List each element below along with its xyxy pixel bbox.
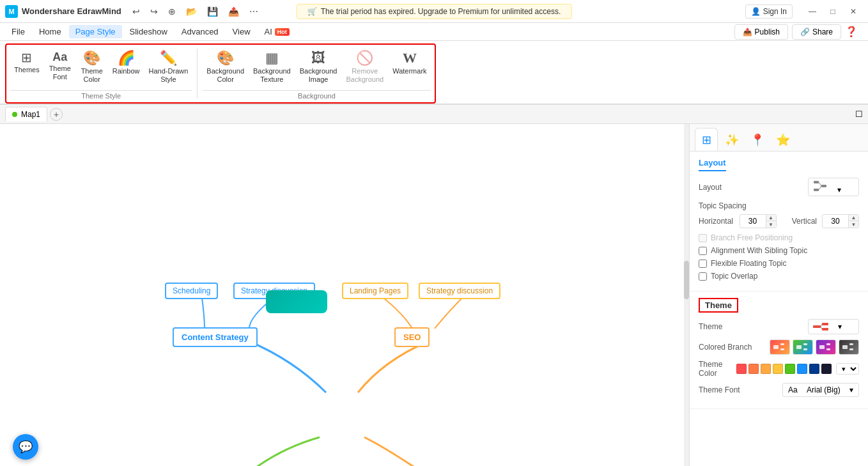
signin-label: Sign In bbox=[763, 7, 787, 16]
node-content-strategy[interactable]: Content Strategy bbox=[173, 327, 258, 347]
swatch-green[interactable] bbox=[785, 364, 795, 374]
background-items: 🎨 BackgroundColor ▦ BackgroundTexture 🖼 … bbox=[203, 46, 430, 90]
cb-opt-3[interactable] bbox=[816, 339, 836, 355]
horizontal-spinner[interactable]: ▲ ▼ bbox=[740, 214, 777, 228]
more-button[interactable]: ⋯ bbox=[246, 5, 261, 18]
cb-opt-2[interactable] bbox=[793, 339, 813, 355]
undo-button[interactable]: ↩ bbox=[129, 5, 143, 18]
panel-tab-settings[interactable]: ⭐ bbox=[771, 128, 794, 151]
rainbow-button[interactable]: 🌈 Rainbow bbox=[109, 49, 144, 78]
themes-icon: ⊞ bbox=[21, 51, 32, 64]
horizontal-down[interactable]: ▼ bbox=[766, 221, 776, 228]
theme-label: Theme bbox=[699, 322, 803, 331]
tab-map1-label: Map1 bbox=[21, 110, 40, 119]
topic-overlap-checkbox[interactable] bbox=[699, 272, 707, 281]
theme-font-icon: Aa bbox=[52, 51, 67, 63]
theme-font-row: Theme Font Aa Arial (Big) ▾ bbox=[699, 383, 859, 397]
bg-color-button[interactable]: 🎨 BackgroundColor bbox=[203, 49, 248, 86]
bg-texture-button[interactable]: ▦ BackgroundTexture bbox=[249, 49, 295, 86]
vertical-up[interactable]: ▲ bbox=[848, 215, 858, 221]
swatch-dark[interactable] bbox=[821, 364, 832, 374]
trial-banner[interactable]: 🛒 The trial period has expired. Upgrade … bbox=[297, 4, 572, 19]
rainbow-icon: 🌈 bbox=[118, 51, 135, 65]
theme-color-button[interactable]: 🎨 ThemeColor bbox=[77, 49, 107, 86]
node-scheduling[interactable]: Scheduling bbox=[165, 283, 218, 299]
horizontal-value[interactable] bbox=[740, 215, 766, 227]
vertical-down[interactable]: ▼ bbox=[848, 221, 858, 228]
node-seo[interactable]: SEO bbox=[394, 327, 430, 347]
save-button[interactable]: 💾 bbox=[204, 5, 221, 18]
node-landing-pages[interactable]: Landing Pages bbox=[342, 283, 408, 299]
vertical-value[interactable] bbox=[823, 215, 848, 227]
bg-texture-icon: ▦ bbox=[265, 51, 279, 65]
ai-chat-icon: 💬 bbox=[19, 440, 33, 454]
scrollbar-thumb[interactable] bbox=[684, 261, 689, 299]
svg-line-4 bbox=[819, 186, 821, 190]
cb-opt-4[interactable] bbox=[839, 339, 859, 355]
maximize-button[interactable]: □ bbox=[823, 4, 842, 19]
mindmap: Content Strategy SEO Scheduling Strategy… bbox=[0, 124, 689, 466]
layout-select[interactable]: ▾ bbox=[808, 178, 859, 196]
menu-ai[interactable]: AI Hot bbox=[258, 25, 296, 38]
redo-button[interactable]: ↪ bbox=[147, 5, 161, 18]
add-tab-button[interactable]: + bbox=[50, 108, 63, 121]
branch-free-checkbox[interactable] bbox=[699, 234, 707, 242]
panel-tab-location[interactable]: 📍 bbox=[746, 128, 769, 151]
svg-rect-20 bbox=[849, 343, 853, 345]
theme-color-dropdown[interactable]: ▾ bbox=[836, 363, 859, 375]
canvas[interactable]: Content Strategy SEO Scheduling Strategy… bbox=[0, 124, 689, 466]
swatch-yellow[interactable] bbox=[773, 364, 783, 374]
node-strategy-right[interactable]: Strategy discussion bbox=[419, 283, 500, 299]
tab-map1[interactable]: Map1 bbox=[5, 107, 47, 121]
cb-opt-1[interactable] bbox=[770, 339, 790, 355]
branch-free-row: Branch Free Positioning bbox=[699, 233, 859, 242]
layout-label: Layout bbox=[699, 183, 803, 192]
remove-bg-label: RemoveBackground bbox=[346, 67, 384, 84]
publish-button[interactable]: 📤 Publish bbox=[734, 24, 788, 40]
vertical-spinner[interactable]: ▲ ▼ bbox=[822, 214, 859, 228]
menu-home[interactable]: Home bbox=[33, 25, 68, 38]
panel-tab-style[interactable]: ✨ bbox=[720, 128, 743, 151]
help-button[interactable]: ❓ bbox=[845, 26, 858, 38]
menu-page-style[interactable]: Page Style bbox=[69, 25, 122, 38]
theme-font-button[interactable]: Aa ThemeFont bbox=[45, 49, 75, 84]
menu-file[interactable]: File bbox=[5, 25, 31, 38]
colored-branch-label: Colored Branch bbox=[699, 343, 764, 352]
themes-button[interactable]: ⊞ Themes bbox=[10, 49, 43, 77]
bg-image-button[interactable]: 🖼 BackgroundImage bbox=[296, 49, 341, 86]
menu-slideshow[interactable]: Slideshow bbox=[123, 25, 174, 38]
svg-rect-16 bbox=[819, 345, 825, 349]
theme-font-select[interactable]: Aa Arial (Big) ▾ bbox=[782, 383, 859, 397]
flexible-checkbox[interactable] bbox=[699, 260, 707, 268]
panel-tab-layout[interactable]: ⊞ bbox=[695, 128, 718, 151]
swatch-dark-blue[interactable] bbox=[809, 364, 819, 374]
remove-bg-button[interactable]: 🚫 RemoveBackground bbox=[342, 49, 387, 86]
alignment-checkbox[interactable] bbox=[699, 247, 707, 255]
ai-chat-button[interactable]: 💬 bbox=[13, 434, 38, 460]
open-button[interactable]: 📂 bbox=[183, 5, 200, 18]
hand-drawn-button[interactable]: ✏️ Hand-DrawnStyle bbox=[145, 49, 192, 86]
swatch-orange[interactable] bbox=[748, 364, 759, 374]
titlebar-right: 👤 Sign In — □ ✕ bbox=[745, 4, 863, 19]
menu-view[interactable]: View bbox=[226, 25, 257, 38]
share-button[interactable]: 🔗 Share bbox=[792, 24, 841, 40]
central-node[interactable] bbox=[266, 290, 327, 313]
svg-rect-1 bbox=[814, 181, 819, 183]
minimize-button[interactable]: — bbox=[803, 4, 822, 19]
watermark-button[interactable]: W Watermark bbox=[389, 49, 430, 78]
new-button[interactable]: ⊕ bbox=[165, 5, 179, 18]
remove-bg-icon: 🚫 bbox=[356, 51, 373, 65]
swatch-gold[interactable] bbox=[761, 364, 771, 374]
svg-rect-13 bbox=[796, 345, 802, 349]
user-icon: 👤 bbox=[751, 7, 761, 16]
swatch-red[interactable] bbox=[736, 364, 747, 374]
export-button[interactable]: 📤 bbox=[225, 5, 242, 18]
close-button[interactable]: ✕ bbox=[844, 4, 863, 19]
canvas-size-icon[interactable]: ☐ bbox=[855, 109, 863, 119]
signin-button[interactable]: 👤 Sign In bbox=[745, 4, 793, 19]
scrollbar-track[interactable] bbox=[684, 124, 689, 466]
menu-advanced[interactable]: Advanced bbox=[175, 25, 225, 38]
horizontal-up[interactable]: ▲ bbox=[766, 215, 776, 221]
swatch-blue[interactable] bbox=[797, 364, 807, 374]
theme-select[interactable]: ▾ bbox=[808, 319, 859, 334]
